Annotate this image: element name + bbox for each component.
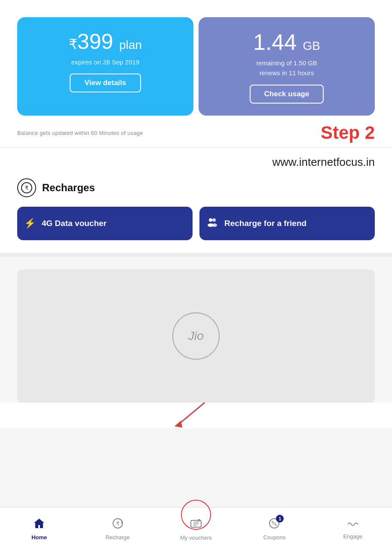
top-cards-section: ₹399 plan expires on 28 Sep 2019 View de… [0,0,392,116]
balance-notice-row: Balance gets updated within 60 Minutes o… [0,116,392,148]
nav-engage[interactable]: Engage [314,507,392,550]
annotation-area [0,403,392,428]
section-divider [0,253,392,257]
svg-point-22 [276,524,277,526]
data-info-line2: renews in 11 hours [260,69,314,76]
plan-amount: 399 [77,30,113,54]
engage-icon [346,518,359,532]
nav-my-vouchers-label: My vouchers [180,535,212,541]
4g-data-voucher-label: 4G Data voucher [42,219,107,228]
plan-card: ₹399 plan expires on 28 Sep 2019 View de… [17,17,193,116]
svg-point-2 [209,218,212,222]
coupons-badge: 1 [276,515,284,522]
vouchers-icon: % [190,517,202,533]
svg-marker-9 [175,421,182,428]
lightning-icon: ⚡ [24,218,36,229]
nav-coupons-label: Coupons [263,534,285,541]
jio-logo: Jio [172,312,220,360]
recharges-icon: ₹ [17,178,36,197]
svg-point-21 [272,521,273,522]
svg-text:₹: ₹ [25,185,28,191]
jio-logo-text: Jio [188,329,204,343]
plan-expires: expires on 28 Sep 2019 [71,58,139,66]
data-card: 1.44 GB remaining of 1.50 GB renews in 1… [199,17,375,116]
data-amount-display: 1.44 GB [253,29,320,55]
nav-recharge[interactable]: ₹ Recharge [78,507,156,550]
nav-my-vouchers[interactable]: % My vouchers [157,507,235,550]
nav-recharge-label: Recharge [105,534,129,541]
home-icon [33,517,45,532]
nav-coupons[interactable]: % 1 Coupons [235,507,313,550]
rupee-symbol: ₹ [69,37,77,52]
step-label: Step 2 [321,122,375,143]
website-label: www.internetfocus.in [273,156,375,168]
recharges-section: ₹ Recharges ⚡ 4G Data voucher [0,171,392,253]
svg-text:%: % [198,519,200,522]
recharge-icon: ₹ [112,517,124,532]
recharge-for-friend-button[interactable]: Recharge for a friend [199,207,375,240]
recharge-buttons: ⚡ 4G Data voucher Recharge for a friend [17,207,375,240]
data-unit: GB [303,39,320,52]
data-info: remaining of 1.50 GB renews in 11 hours [256,58,317,78]
recharges-header: ₹ Recharges [17,178,375,197]
svg-line-8 [179,403,205,424]
recharge-for-friend-label: Recharge for a friend [224,219,306,228]
website-label-row: www.internetfocus.in [0,148,392,171]
data-info-line1: remaining of 1.50 GB [256,59,317,67]
nav-engage-label: Engage [343,533,362,540]
arrow-annotation [170,398,222,428]
data-amount: 1.44 [253,30,297,55]
jio-banner: Jio [17,269,375,403]
bottom-nav: Home ₹ Recharge % My vouchers [0,507,392,550]
recharges-title: Recharges [42,182,95,194]
4g-data-voucher-button[interactable]: ⚡ 4G Data voucher [17,207,193,240]
plan-word: plan [119,38,142,52]
plan-price-display: ₹399 plan [69,29,142,54]
view-details-button[interactable]: View details [70,73,141,92]
coupons-icon: % 1 [268,517,280,532]
nav-home[interactable]: Home [0,507,78,550]
nav-home-label: Home [31,534,47,541]
svg-point-5 [212,223,217,227]
svg-point-3 [212,218,216,222]
balance-notice-text: Balance gets updated within 60 Minutes o… [17,130,143,136]
check-usage-button[interactable]: Check usage [250,85,324,104]
svg-text:₹: ₹ [116,520,119,527]
friends-icon [206,216,218,231]
